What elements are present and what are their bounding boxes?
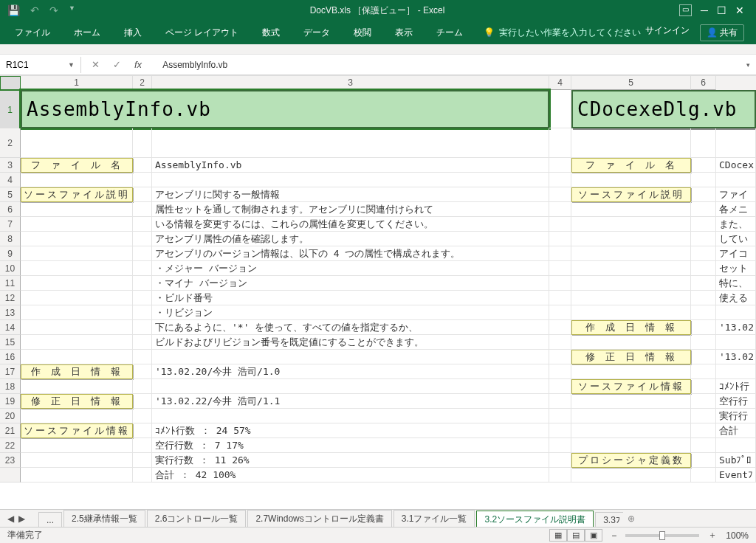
formula-expand-icon[interactable]: ▾ (740, 61, 756, 69)
cell[interactable] (133, 261, 152, 276)
new-sheet-icon[interactable]: ⊕ (623, 512, 639, 525)
cell[interactable]: アセンブリ属性の値を確認します。 (152, 232, 549, 246)
sheet-tab[interactable]: 2.6コントロール一覧 (147, 510, 247, 528)
cell[interactable] (571, 409, 691, 423)
cell[interactable] (133, 320, 152, 335)
cell[interactable] (21, 261, 133, 276)
cell[interactable] (133, 305, 152, 320)
cell[interactable] (133, 468, 152, 483)
cell[interactable] (133, 187, 152, 202)
cell[interactable]: CDocex (716, 158, 756, 173)
ribbon-tab[interactable]: データ (293, 22, 340, 44)
zoom-slider[interactable] (625, 534, 699, 537)
row-header[interactable]: 2 (0, 128, 21, 158)
cell[interactable] (549, 468, 571, 483)
cell[interactable]: セット (716, 261, 756, 276)
cell[interactable] (691, 453, 716, 468)
cell[interactable] (716, 335, 756, 350)
row-header[interactable]: 10 (0, 261, 21, 276)
cell[interactable]: してい (716, 232, 756, 246)
cell[interactable] (549, 438, 571, 453)
label-cell[interactable]: ソースファイル情報 (571, 379, 691, 394)
cell[interactable]: ・ビルド番号 (152, 291, 549, 305)
label-cell[interactable]: ソースファイル情報 (21, 423, 133, 438)
row-header[interactable]: 21 (0, 423, 21, 438)
row-header[interactable]: 7 (0, 217, 21, 232)
cell[interactable] (549, 217, 571, 232)
col-header[interactable]: 3 (152, 76, 549, 90)
zoom-in-icon[interactable]: ＋ (708, 529, 717, 542)
row-header[interactable]: 23 (0, 453, 21, 468)
cell[interactable] (21, 276, 133, 291)
cell[interactable] (571, 438, 691, 453)
cell[interactable] (571, 305, 691, 320)
zoom-out-icon[interactable]: − (611, 530, 616, 541)
ribbon-opts-icon[interactable]: ▭ (679, 4, 692, 16)
row-header[interactable]: 15 (0, 335, 21, 350)
cell[interactable] (21, 320, 133, 335)
cell[interactable] (21, 217, 133, 232)
cell[interactable] (691, 202, 716, 217)
row-header[interactable]: 12 (0, 291, 21, 305)
cell[interactable] (133, 291, 152, 305)
cell[interactable] (716, 364, 756, 379)
cell[interactable]: '13.02 (716, 350, 756, 364)
cell[interactable]: ファイ (716, 187, 756, 202)
row-header[interactable]: 13 (0, 305, 21, 320)
row-header[interactable]: 5 (0, 187, 21, 202)
cell[interactable] (691, 335, 716, 350)
cell[interactable]: ・リビジョン (152, 305, 549, 320)
cell[interactable] (549, 409, 571, 423)
row-header[interactable]: 19 (0, 394, 21, 409)
cell[interactable] (691, 364, 716, 379)
cell[interactable] (133, 335, 152, 350)
cell[interactable]: ｺﾒﾝﾄ行数 ： 24 57% (152, 423, 549, 438)
label-cell[interactable]: フ ァ イ ル 名 (21, 158, 133, 173)
col-header[interactable]: 5 (571, 76, 691, 90)
row-header[interactable]: 6 (0, 202, 21, 217)
row-header[interactable]: 17 (0, 364, 21, 379)
cell[interactable]: 下にあるように、'*' を使って、すべての値を指定するか、 (152, 320, 549, 335)
sheet-tab[interactable]: 3.3ﾌ ... (595, 512, 623, 528)
cell[interactable] (133, 379, 152, 394)
cell[interactable] (691, 276, 716, 291)
ribbon-tab[interactable]: 校閲 (343, 22, 382, 44)
formula-input[interactable]: AssemblyInfo.vb (152, 60, 740, 70)
row-header[interactable]: 11 (0, 276, 21, 291)
cell[interactable]: '13.02 (716, 320, 756, 335)
cell[interactable] (133, 158, 152, 173)
cell[interactable] (691, 350, 716, 364)
ribbon-tab[interactable]: 数式 (252, 22, 290, 44)
cell[interactable] (133, 423, 152, 438)
cell[interactable] (133, 276, 152, 291)
qat-dd-icon[interactable]: ▼ (69, 4, 75, 16)
ribbon-tab[interactable]: ページ レイアウト (155, 22, 249, 44)
cell[interactable] (21, 438, 133, 453)
cell[interactable]: アイコ (716, 246, 756, 261)
cell[interactable] (21, 379, 133, 394)
cell[interactable] (691, 291, 716, 305)
cell[interactable] (691, 423, 716, 438)
cell[interactable]: '13.02.22/今井 浩司/1.1 (152, 394, 549, 409)
row-header[interactable]: 20 (0, 409, 21, 423)
cell[interactable]: いる情報を変更するには、これらの属性値を変更してください。 (152, 217, 549, 232)
cell[interactable] (691, 246, 716, 261)
cell[interactable] (21, 409, 133, 423)
label-cell[interactable]: フ ァ イ ル 名 (571, 158, 691, 173)
cell[interactable] (21, 291, 133, 305)
cell[interactable] (549, 246, 571, 261)
cell[interactable] (571, 217, 691, 232)
cell[interactable] (21, 305, 133, 320)
label-cell[interactable]: ソースファイル説明 (571, 187, 691, 202)
label-cell[interactable]: プロシージャ定義数 (571, 453, 691, 468)
label-cell[interactable]: 作 成 日 情 報 (571, 320, 691, 335)
cell[interactable] (549, 394, 571, 409)
cell[interactable] (21, 232, 133, 246)
ribbon-tab[interactable]: 挿入 (114, 22, 152, 44)
label-cell[interactable]: 修 正 日 情 報 (21, 394, 133, 409)
col-header[interactable] (0, 76, 21, 90)
col-header[interactable]: 2 (133, 76, 152, 90)
cell[interactable] (21, 335, 133, 350)
cell[interactable] (549, 320, 571, 335)
cell[interactable]: 使える (716, 291, 756, 305)
